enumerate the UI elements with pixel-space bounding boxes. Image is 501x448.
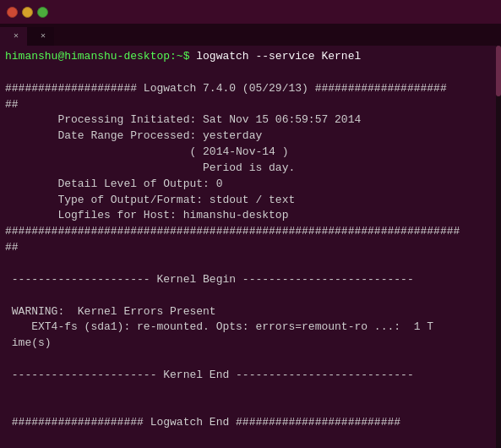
title-bar — [0, 0, 501, 24]
terminal-wrapper: himanshu@himanshu-desktop:~$ logwatch --… — [0, 46, 501, 448]
scrollbar[interactable] — [496, 46, 501, 448]
tab-1-close-icon[interactable]: ✕ — [14, 32, 19, 41]
maximize-button[interactable] — [37, 7, 48, 18]
tab-2[interactable]: ✕ — [27, 27, 54, 46]
scrollbar-thumb[interactable] — [496, 46, 501, 96]
close-button[interactable] — [7, 7, 18, 18]
tab-1[interactable]: ✕ — [0, 27, 27, 46]
window-controls[interactable] — [7, 7, 48, 18]
tab-2-close-icon[interactable]: ✕ — [41, 32, 46, 41]
terminal[interactable]: himanshu@himanshu-desktop:~$ logwatch --… — [0, 46, 501, 448]
minimize-button[interactable] — [22, 7, 33, 18]
tab-bar: ✕ ✕ — [0, 24, 501, 46]
